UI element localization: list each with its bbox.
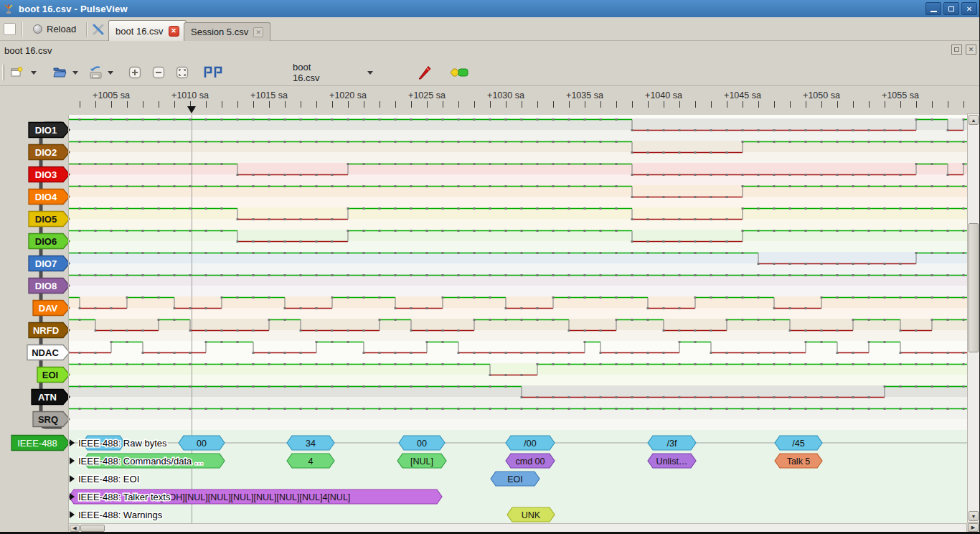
zoom-out-button[interactable] [150, 64, 167, 81]
svg-text:+1050 sa: +1050 sa [803, 90, 840, 100]
new-session-button[interactable] [9, 64, 24, 81]
row-band [68, 230, 967, 241]
svg-text:34: 34 [306, 439, 316, 449]
trace-view-area: +1005 sa+1010 sa+1015 sa+1020 sa+1025 sa… [0, 86, 980, 534]
scroll-up-icon[interactable]: ▲ [969, 115, 979, 125]
decoder-row-3: [SOH][NUL][NUL][NUL][NUL][NUL][NUL]4[NUL… [69, 490, 442, 504]
window-title: boot 16.csv - PulseView [19, 4, 128, 14]
svg-text:00: 00 [197, 439, 207, 449]
row-band [68, 207, 967, 219]
zoom-to-edges-button[interactable] [201, 64, 225, 81]
tab-boot16-close-icon[interactable]: ✕ [169, 26, 179, 37]
channel-label-DIO1[interactable]: DIO1 [29, 123, 70, 138]
channel-label-DIO7[interactable]: DIO7 [29, 256, 70, 271]
svg-text:SRQ: SRQ [38, 414, 58, 425]
reload-icon [33, 24, 42, 34]
svg-text:[NUL]: [NUL] [410, 456, 433, 467]
zoom-in-button[interactable] [126, 64, 143, 81]
save-icon [89, 66, 103, 80]
decoder-icon [449, 66, 471, 79]
channel-label-NRFD[interactable]: NRFD [29, 323, 70, 338]
svg-text:Unlist…: Unlist… [656, 456, 688, 467]
pulseview-window: boot 16.csv - PulseView ✕ Reload boot 16… [0, 0, 980, 534]
save-button[interactable] [88, 64, 105, 81]
open-button[interactable] [51, 64, 68, 81]
blank-button[interactable] [4, 23, 16, 35]
tab-session5[interactable]: Session 5.csv ✕ [184, 22, 270, 41]
svg-text:NDAC: NDAC [32, 347, 59, 358]
title-bar: boot 16.csv - PulseView ✕ [0, 0, 979, 17]
svg-text:+1010 sa: +1010 sa [171, 90, 209, 100]
tab-boot16[interactable]: boot 16.csv ✕ [108, 20, 187, 41]
channel-label-DAV[interactable]: DAV [33, 301, 70, 316]
svg-text:NRFD: NRFD [33, 325, 59, 336]
svg-text:[SOH][NUL][NUL][NUL][NUL][NUL]: [SOH][NUL][NUL][NUL][NUL][NUL][NUL]4[NUL… [161, 492, 351, 502]
channel-label-NDAC[interactable]: NDAC [27, 345, 70, 360]
horizontal-scroll-handle[interactable] [80, 525, 105, 532]
tools-icon[interactable] [92, 23, 106, 36]
new-session-dropdown[interactable] [29, 64, 39, 81]
row-band [68, 296, 967, 308]
row-band [68, 385, 967, 397]
svg-text:4: 4 [308, 456, 314, 467]
main-toolbar: boot 16.csv [0, 59, 979, 86]
svg-text:DIO5: DIO5 [35, 214, 57, 225]
maximize-button[interactable] [943, 2, 959, 15]
row-band [68, 363, 967, 375]
row-band [68, 185, 967, 197]
scroll-right-icon[interactable]: ▶ [968, 523, 979, 532]
channel-label-DIO6[interactable]: DIO6 [29, 234, 70, 249]
channel-label-DIO2[interactable]: DIO2 [29, 145, 70, 160]
zoom-fit-button[interactable] [174, 64, 191, 81]
channel-label-DIO4[interactable]: DIO4 [29, 189, 70, 205]
row-band [68, 252, 967, 263]
decoder-row-label[interactable]: IEEE-488: Warnings [78, 510, 163, 520]
row-band [68, 118, 967, 130]
svg-text:+1015 sa: +1015 sa [250, 90, 288, 100]
row-band [68, 274, 967, 286]
scroll-left-icon[interactable]: ◀ [70, 525, 80, 532]
svg-text:+1045 sa: +1045 sa [724, 90, 761, 100]
svg-text:DAV: DAV [39, 303, 58, 314]
channel-label-DIO3[interactable]: DIO3 [29, 167, 70, 182]
channel-label-EOI[interactable]: EOI [37, 367, 70, 383]
svg-text:+1025 sa: +1025 sa [408, 90, 446, 100]
dock-close-icon[interactable]: ✕ [966, 44, 976, 55]
run-button[interactable] [415, 64, 435, 81]
reload-label: Reload [47, 24, 76, 34]
channel-label-IEEE-488[interactable]: IEEE-488 [11, 436, 70, 451]
vertical-scroll-handle[interactable] [969, 223, 979, 352]
decoder-row-label[interactable]: IEEE-488: Talker texts [78, 492, 171, 502]
decoder-row-label[interactable]: IEEE-488: Raw bytes [78, 438, 167, 449]
tab-session5-close-icon[interactable]: ✕ [253, 27, 263, 37]
vertical-scrollbar[interactable]: ▲ ▼ [967, 113, 980, 523]
svg-text:ATN: ATN [38, 392, 57, 403]
reload-button[interactable]: Reload [29, 20, 80, 38]
undock-icon[interactable] [951, 44, 962, 55]
svg-text:+1030 sa: +1030 sa [487, 90, 524, 100]
svg-text:+1035 sa: +1035 sa [566, 90, 603, 100]
row-band [68, 319, 967, 330]
row-band [68, 408, 967, 419]
zoom-fit-icon [176, 66, 189, 79]
open-dropdown[interactable] [70, 64, 80, 81]
run-probe-icon [417, 65, 433, 80]
add-decoder-button[interactable] [448, 64, 472, 81]
toolbar-drag-handle[interactable] [2, 65, 4, 80]
minimize-button[interactable] [925, 2, 941, 15]
channel-label-ATN[interactable]: ATN [32, 390, 70, 405]
scroll-down-icon[interactable]: ▼ [969, 511, 979, 521]
channel-label-DIO8[interactable]: DIO8 [29, 278, 70, 294]
close-button[interactable]: ✕ [961, 2, 977, 15]
channel-label-SRQ[interactable]: SRQ [33, 412, 70, 427]
device-file-combo[interactable]: boot 16.csv [286, 64, 360, 81]
channel-label-DIO5[interactable]: DIO5 [29, 212, 70, 227]
trace-view[interactable]: +1005 sa+1010 sa+1015 sa+1020 sa+1025 sa… [0, 86, 980, 534]
decoder-row-label[interactable]: IEEE-488: EOI [78, 474, 139, 484]
svg-text:+1040 sa: +1040 sa [645, 90, 682, 100]
decoder-row-label[interactable]: IEEE-488: Commands/data … [78, 456, 204, 467]
svg-text:IEEE-488: IEEE-488 [17, 438, 57, 449]
svg-text:00: 00 [417, 439, 427, 449]
save-dropdown[interactable] [105, 64, 116, 81]
tab-boot16-label: boot 16.csv [116, 26, 164, 37]
